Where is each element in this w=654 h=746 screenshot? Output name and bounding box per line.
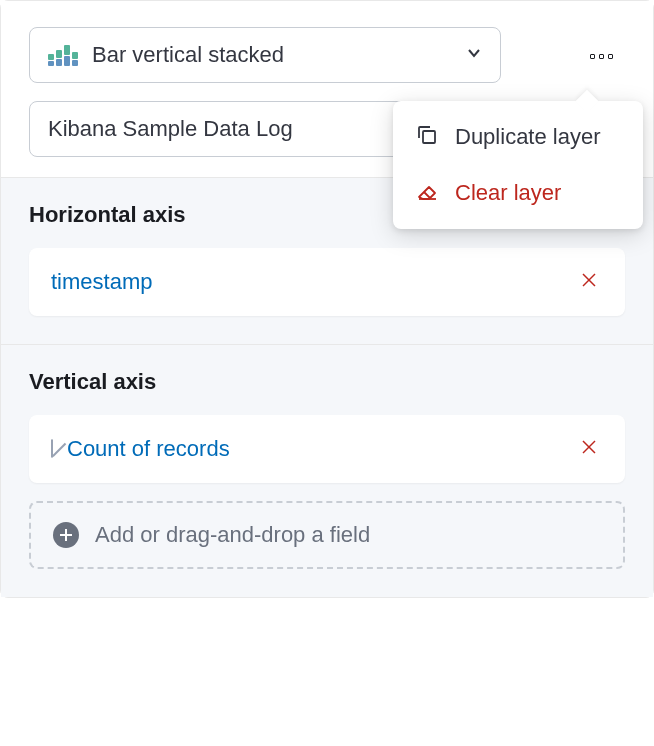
clear-layer-item[interactable]: Clear layer <box>393 165 643 221</box>
chart-type-selector[interactable]: Bar vertical stacked <box>29 27 501 83</box>
add-vertical-field-button[interactable]: Add or drag-and-drop a field <box>29 501 625 569</box>
duplicate-layer-item[interactable]: Duplicate layer <box>393 109 643 165</box>
vertical-axis-section: Vertical axis Count of records Add or <box>1 344 653 597</box>
plus-circle-icon <box>53 522 79 548</box>
layer-config-panel: Bar vertical stacked Kibana Sample Data … <box>0 0 654 598</box>
horizontal-axis-field[interactable]: timestamp <box>29 248 625 316</box>
more-horizontal-icon <box>590 54 613 59</box>
layer-actions-popover: Duplicate layer Clear layer <box>393 101 643 229</box>
bar-vertical-stacked-icon <box>48 45 78 66</box>
data-source-label: Kibana Sample Data Log <box>48 116 293 142</box>
chevron-down-icon <box>466 45 482 65</box>
clear-layer-label: Clear layer <box>455 180 561 206</box>
svg-line-1 <box>424 192 430 198</box>
empty-icon <box>51 440 53 458</box>
horizontal-axis-title: Horizontal axis <box>29 202 185 228</box>
horizontal-axis-field-label: timestamp <box>51 269 575 295</box>
vertical-axis-field[interactable]: Count of records <box>29 415 625 483</box>
copy-icon <box>415 123 439 151</box>
layer-top-section: Bar vertical stacked Kibana Sample Data … <box>1 1 653 177</box>
vertical-axis-header: Vertical axis <box>29 369 625 395</box>
svg-rect-0 <box>423 131 435 143</box>
remove-horizontal-field-button[interactable] <box>575 266 603 298</box>
remove-vertical-field-button[interactable] <box>575 433 603 465</box>
eraser-icon <box>415 179 439 207</box>
vertical-axis-title: Vertical axis <box>29 369 156 395</box>
layer-more-button[interactable] <box>579 41 623 71</box>
add-field-label: Add or drag-and-drop a field <box>95 522 370 548</box>
chart-type-label: Bar vertical stacked <box>92 42 466 68</box>
vertical-axis-field-label: Count of records <box>67 436 575 462</box>
duplicate-layer-label: Duplicate layer <box>455 124 601 150</box>
